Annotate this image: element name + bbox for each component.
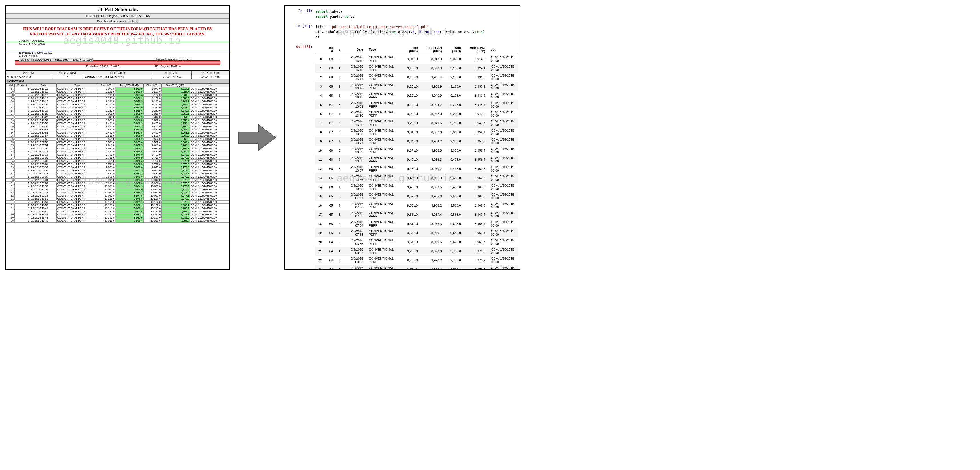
table-cell: 8,967.4 <box>421 210 445 219</box>
table-cell: 8,944.4 <box>464 100 488 109</box>
table-cell: 2/9/2016 16:15 <box>30 100 57 103</box>
table-cell: 8,914.6 <box>161 87 190 91</box>
table-cell: 9,281.0 <box>402 118 421 127</box>
table-row: 176532/9/2016 07:55CONVENTIONAL PERF9,58… <box>315 210 518 219</box>
table-cell: 16 <box>315 201 325 210</box>
table-cell: 2/8/2016 21:37 <box>30 188 57 191</box>
table-cell: CONVENTIONAL PERF <box>57 103 98 106</box>
table-cell: 8,970.5 <box>115 163 143 166</box>
label-plugback: Plug Back Total Depth; 19,340.0 <box>155 58 191 61</box>
table-cell: 8,923.8 <box>421 64 445 73</box>
table-cell: 2/9/2016 13:30 <box>343 109 366 118</box>
table-cell: 8,978.3 <box>161 198 190 201</box>
table-cell: OCM, 1/16/2015 00:00 <box>488 64 518 73</box>
table-cell: 4 <box>14 153 30 156</box>
table-cell: 9,251.0 <box>98 106 115 109</box>
table-cell: 66 <box>6 122 14 125</box>
table-cell: 3 <box>14 141 30 144</box>
table-cell: OCM, 1/16/2015 00:00 <box>190 91 229 94</box>
table-cell: 15 <box>315 192 325 201</box>
table-cell: 68 <box>6 100 14 103</box>
table-cell: CONVENTIONAL PERF <box>366 137 402 146</box>
table-cell: 8,972.1 <box>161 172 190 175</box>
table-cell: 67 <box>325 118 336 127</box>
table-cell: OCM, 1/16/2015 00:00 <box>488 54 518 64</box>
label-surface: Surface; 120.0-1,859.0 <box>19 43 45 46</box>
df-col-header: Date <box>343 45 366 54</box>
table-cell: 1 <box>336 183 343 192</box>
table-cell: 8,944.4 <box>161 103 190 106</box>
table-cell: 8,971.3 <box>115 169 143 172</box>
pdf-document: aegis4048.github.io aegis4048.github.io … <box>5 5 230 270</box>
table-row: 6642/9/2016 10:58CONVENTIONAL PERF9,401.… <box>6 122 229 125</box>
table-cell: OCM, 1/16/2015 00:00 <box>488 73 518 82</box>
table-cell: OCM, 1/16/2015 00:00 <box>488 256 518 265</box>
table-cell: 8,944.2 <box>115 103 143 106</box>
table-cell: 9,733.0 <box>143 156 161 159</box>
table-cell: 8,969.6 <box>115 150 143 153</box>
table-cell: 60 <box>6 220 14 223</box>
table-cell: 2 <box>14 144 30 147</box>
table-cell: 66 <box>6 125 14 128</box>
table-cell: 67 <box>325 100 336 109</box>
table-cell: CONVENTIONAL PERF <box>366 118 402 127</box>
table-cell: 2/8/2016 18:50 <box>30 204 57 207</box>
table-cell: OCM, 1/16/2015 00:00 <box>190 106 229 109</box>
table-row: 86722/9/2016 13:28CONVENTIONAL PERF9,311… <box>315 127 518 137</box>
table-row: 6432/9/2016 03:33CONVENTIONAL PERF9,731.… <box>6 156 229 159</box>
table-row: 6752/9/2016 13:31CONVENTIONAL PERF9,221.… <box>6 103 229 106</box>
table-cell: 8,970.2 <box>464 256 488 265</box>
table-cell: 9,551.0 <box>98 138 115 141</box>
table-cell: 9,583.0 <box>445 210 464 219</box>
table-row: 66742/9/2016 13:30CONVENTIONAL PERF9,251… <box>315 109 518 118</box>
table-cell: 8,949.7 <box>464 118 488 127</box>
table-cell: CONVENTIONAL PERF <box>366 174 402 183</box>
table-cell: 9,763.0 <box>143 159 161 163</box>
table-cell: 9,763.0 <box>445 265 464 270</box>
table-cell: 4 <box>315 91 325 100</box>
table-cell: CONVENTIONAL PERF <box>57 188 98 191</box>
table-cell: 8,965.0 <box>464 192 488 201</box>
table-row: 6632/9/2016 10:57CONVENTIONAL PERF9,431.… <box>6 125 229 128</box>
code-cell-16[interactable]: In [16]: file = 'pdf_parsing/lattice-pio… <box>287 24 518 40</box>
table-cell: 1 <box>14 178 30 182</box>
table-cell: 5 <box>14 213 30 216</box>
table-cell: 64 <box>325 247 336 256</box>
table-row: 6652/9/2016 10:59CONVENTIONAL PERF9,371.… <box>6 119 229 122</box>
table-cell: 66 <box>325 174 336 183</box>
table-cell: 2 <box>336 127 343 137</box>
table-cell: 8,980.1 <box>115 204 143 207</box>
table-cell: 8,958.4 <box>161 122 190 125</box>
table-cell: 8,973.5 <box>115 178 143 182</box>
table-cell: 9,671.0 <box>98 150 115 153</box>
table-row: 6422/9/2016 03:32CONVENTIONAL PERF9,761.… <box>6 159 229 163</box>
table-cell: 8,956.4 <box>464 146 488 155</box>
table-cell: 8,961.9 <box>115 128 143 131</box>
table-cell: 8,968.4 <box>161 144 190 147</box>
table-cell: 8,975.0 <box>161 185 190 188</box>
table-cell: OCM, 1/16/2015 00:00 <box>190 163 229 166</box>
df-col-header: Top (TVD) (ftKB) <box>421 45 445 54</box>
table-cell: CONVENTIONAL PERF <box>57 198 98 201</box>
table-cell: 3 <box>14 220 30 223</box>
table-cell: 9,283.0 <box>143 109 161 112</box>
table-cell: 65 <box>6 141 14 144</box>
table-cell: 8,960.3 <box>161 125 190 128</box>
table-cell: 8,981.8 <box>161 213 190 216</box>
table-cell: OCM, 1/16/2015 00:00 <box>190 172 229 175</box>
table-cell: 8,970.8 <box>115 166 143 169</box>
table-cell: CONVENTIONAL PERF <box>57 87 98 91</box>
table-cell: 9,673.0 <box>143 150 161 153</box>
code-cell-1[interactable]: In [1]: import tabula import pandas as p… <box>287 9 518 19</box>
table-cell: 8,952.0 <box>421 127 445 137</box>
table-cell: 9,491.0 <box>402 183 421 192</box>
table-cell: CONVENTIONAL PERF <box>57 220 98 223</box>
table-cell: 9,073.0 <box>445 54 464 64</box>
table-row: 146612/9/2016 10:55CONVENTIONAL PERF9,49… <box>315 183 518 192</box>
table-cell: 8,981.9 <box>161 216 190 220</box>
table-row: 6052/8/2016 15:47CONVENTIONAL PERF10,271… <box>6 213 229 216</box>
table-cell: 13 <box>315 174 325 183</box>
table-row: 6712/9/2016 13:27CONVENTIONAL PERF9,341.… <box>6 116 229 119</box>
table-cell: 4 <box>336 247 343 256</box>
table-row: 6452/9/2016 03:35CONVENTIONAL PERF9,671.… <box>6 150 229 153</box>
